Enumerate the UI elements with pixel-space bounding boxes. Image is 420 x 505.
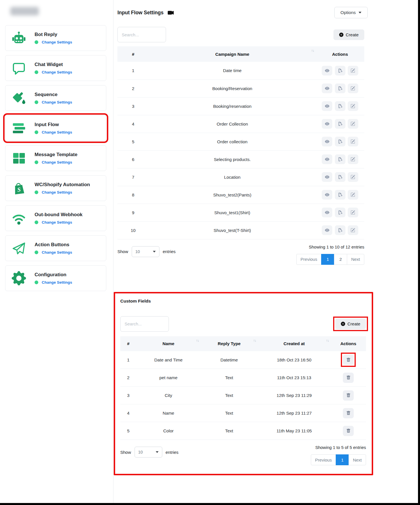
- campaigns-table: # Campaign Name ↑↓ Actions 1 Date time: [117, 46, 364, 239]
- export-button[interactable]: [335, 225, 345, 235]
- change-settings-link[interactable]: Change Settings: [42, 130, 72, 134]
- delete-button[interactable]: [343, 408, 354, 418]
- view-button[interactable]: [322, 66, 332, 75]
- view-button[interactable]: [322, 190, 332, 200]
- view-button[interactable]: [322, 83, 332, 93]
- delete-button[interactable]: [343, 426, 354, 436]
- file-export-icon: [338, 86, 342, 91]
- export-button[interactable]: [335, 137, 345, 146]
- change-settings-link[interactable]: Change Settings: [42, 70, 72, 74]
- export-button[interactable]: [335, 208, 345, 217]
- row-num: 4: [117, 115, 149, 133]
- page-button-1[interactable]: 1: [336, 454, 349, 465]
- view-button[interactable]: [322, 225, 332, 235]
- view-button[interactable]: [322, 208, 332, 217]
- options-button[interactable]: Options: [334, 7, 368, 18]
- view-button[interactable]: [322, 119, 332, 129]
- next-page-button[interactable]: Next: [347, 254, 364, 265]
- show-label: Show: [117, 249, 128, 254]
- edit-button[interactable]: [348, 137, 358, 146]
- sidebar-item-outbound-webhook[interactable]: Out-bound Webhook Change Settings: [5, 205, 106, 231]
- entries-select[interactable]: 10: [135, 447, 162, 458]
- delete-button[interactable]: [343, 373, 354, 383]
- export-button[interactable]: [335, 172, 345, 182]
- col-header-created-at[interactable]: Created at ↑↓: [258, 336, 331, 351]
- col-header-num[interactable]: #: [120, 336, 136, 351]
- edit-button[interactable]: [348, 208, 358, 217]
- robot-icon: [11, 30, 27, 46]
- sort-icon[interactable]: ↑↓: [253, 339, 256, 343]
- sidebar-item-sequence[interactable]: Sequence Change Settings: [5, 85, 106, 111]
- next-page-button[interactable]: Next: [349, 454, 366, 465]
- export-button[interactable]: [335, 154, 345, 164]
- sort-icon[interactable]: ↑↓: [196, 339, 199, 343]
- file-export-icon: [338, 68, 342, 73]
- col-header-reply-type[interactable]: Reply Type ↑↓: [201, 336, 258, 351]
- actions-cell: [331, 369, 366, 387]
- change-settings-link[interactable]: Change Settings: [42, 280, 72, 285]
- custom-fields-create-button[interactable]: Create: [335, 319, 366, 329]
- sidebar-item-input-flow[interactable]: Input Flow Change Settings: [5, 115, 106, 141]
- edit-button[interactable]: [348, 225, 358, 235]
- view-button[interactable]: [322, 101, 332, 111]
- status-dot: [35, 40, 38, 44]
- change-settings-link[interactable]: Change Settings: [42, 160, 72, 164]
- edit-button[interactable]: [348, 154, 358, 164]
- video-camera-icon[interactable]: [168, 10, 174, 16]
- sidebar-item-label: Sequence: [35, 92, 72, 98]
- col-header-num[interactable]: #: [117, 46, 149, 62]
- delete-button[interactable]: [343, 355, 354, 365]
- change-settings-link[interactable]: Change Settings: [42, 100, 72, 104]
- col-header-campaign-name[interactable]: Campaign Name ↑↓: [149, 46, 316, 62]
- sidebar-item-chat-widget[interactable]: Chat Widget Change Settings: [5, 55, 106, 81]
- export-button[interactable]: [335, 190, 345, 200]
- edit-button[interactable]: [348, 190, 358, 200]
- page-button-1[interactable]: 1: [321, 254, 334, 265]
- create-button[interactable]: Create: [333, 29, 364, 40]
- change-settings-link[interactable]: Change Settings: [42, 220, 72, 224]
- sort-icon[interactable]: ↑↓: [326, 339, 329, 343]
- export-button[interactable]: [335, 101, 345, 111]
- trash-icon: [346, 429, 351, 433]
- sidebar-item-action-buttons[interactable]: Action Buttons Change Settings: [5, 235, 106, 261]
- create-label: Create: [346, 32, 359, 37]
- view-button[interactable]: [322, 154, 332, 164]
- delete-button[interactable]: [343, 390, 354, 401]
- campaign-name: Shuvo_test(T-Shirt): [149, 221, 316, 239]
- table-row: 10 Shuvo_test(T-Shirt): [117, 221, 364, 239]
- previous-page-button[interactable]: Previous: [296, 254, 321, 265]
- custom-fields-card: Custom Fields Create # Name: [114, 292, 373, 476]
- edit-button[interactable]: [348, 66, 358, 75]
- custom-fields-search-input[interactable]: [120, 316, 169, 332]
- edit-button[interactable]: [348, 83, 358, 93]
- export-button[interactable]: [335, 83, 345, 93]
- wifi-icon: [11, 210, 27, 226]
- sidebar-item-message-template[interactable]: Message Template Change Settings: [5, 145, 106, 171]
- edit-button[interactable]: [348, 172, 358, 182]
- change-settings-link[interactable]: Change Settings: [42, 190, 72, 194]
- sidebar-item-wc-shopify-automation[interactable]: S WC/Shopify Automation Change Settings: [5, 175, 106, 201]
- previous-page-button[interactable]: Previous: [311, 454, 336, 465]
- page-button-2[interactable]: 2: [334, 254, 347, 265]
- export-button[interactable]: [335, 119, 345, 129]
- change-settings-link[interactable]: Change Settings: [42, 40, 72, 44]
- eye-icon: [325, 228, 329, 232]
- sort-icon[interactable]: ↑↓: [311, 49, 314, 53]
- search-input[interactable]: [117, 27, 166, 42]
- table-row: 4 Order Collection: [117, 115, 364, 133]
- change-settings-link[interactable]: Change Settings: [42, 250, 72, 255]
- view-button[interactable]: [322, 137, 332, 146]
- created-at: 11th Oct 23 15:13: [258, 369, 331, 387]
- sidebar-item-bot-reply[interactable]: Bot Reply Change Settings: [5, 25, 106, 51]
- sidebar-item-configuration[interactable]: Configuration Change Settings: [5, 265, 106, 291]
- row-num: 9: [117, 204, 149, 221]
- col-header-name[interactable]: Name ↑↓: [136, 336, 201, 351]
- view-button[interactable]: [322, 172, 332, 182]
- reply-type: Datetime: [201, 351, 258, 369]
- table-row: 6 Selecting products.: [117, 150, 364, 168]
- edit-button[interactable]: [348, 119, 358, 129]
- edit-button[interactable]: [348, 101, 358, 111]
- created-at: 11th May 23 11:05: [258, 422, 331, 440]
- export-button[interactable]: [335, 66, 345, 75]
- entries-select[interactable]: 10: [132, 246, 159, 257]
